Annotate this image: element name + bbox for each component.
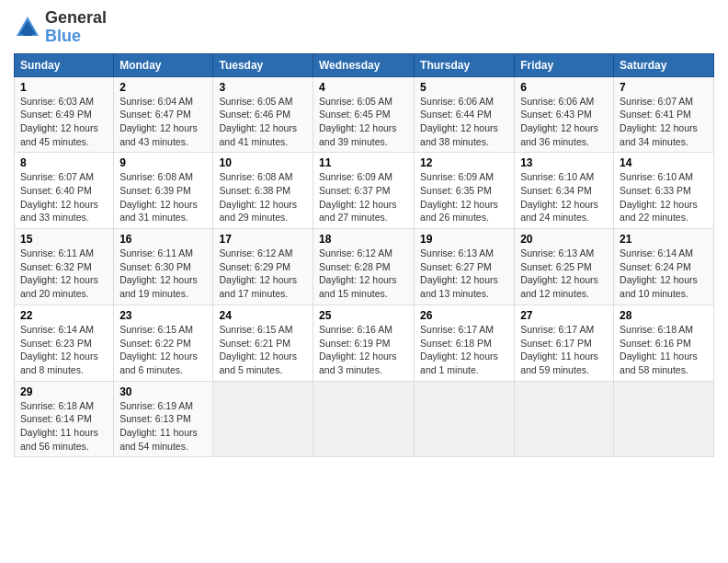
calendar-cell: 29Sunrise: 6:18 AM Sunset: 6:14 PM Dayli… xyxy=(15,381,114,457)
day-info: Sunrise: 6:10 AM Sunset: 6:34 PM Dayligh… xyxy=(520,170,608,224)
day-number: 21 xyxy=(620,233,708,246)
day-info: Sunrise: 6:13 AM Sunset: 6:27 PM Dayligh… xyxy=(420,247,508,301)
day-info: Sunrise: 6:15 AM Sunset: 6:21 PM Dayligh… xyxy=(219,323,307,377)
day-number: 17 xyxy=(219,233,307,246)
day-number: 20 xyxy=(520,233,608,246)
week-row-1: 1Sunrise: 6:03 AM Sunset: 6:49 PM Daylig… xyxy=(15,76,714,153)
calendar-cell: 18Sunrise: 6:12 AM Sunset: 6:28 PM Dayli… xyxy=(313,229,414,305)
day-info: Sunrise: 6:12 AM Sunset: 6:29 PM Dayligh… xyxy=(219,247,307,301)
day-number: 1 xyxy=(20,81,108,94)
calendar-cell: 17Sunrise: 6:12 AM Sunset: 6:29 PM Dayli… xyxy=(213,229,313,305)
day-number: 24 xyxy=(219,309,307,322)
header-row: SundayMondayTuesdayWednesdayThursdayFrid… xyxy=(15,53,714,76)
calendar-cell: 15Sunrise: 6:11 AM Sunset: 6:32 PM Dayli… xyxy=(15,229,114,305)
col-header-tuesday: Tuesday xyxy=(213,53,313,76)
day-info: Sunrise: 6:11 AM Sunset: 6:32 PM Dayligh… xyxy=(20,247,108,301)
col-header-monday: Monday xyxy=(114,53,213,76)
day-info: Sunrise: 6:08 AM Sunset: 6:38 PM Dayligh… xyxy=(219,170,307,224)
day-number: 27 xyxy=(520,309,608,322)
logo: General Blue xyxy=(14,9,107,46)
col-header-sunday: Sunday xyxy=(15,53,114,76)
day-info: Sunrise: 6:10 AM Sunset: 6:33 PM Dayligh… xyxy=(620,170,708,224)
day-number: 28 xyxy=(620,309,708,322)
calendar-cell: 27Sunrise: 6:17 AM Sunset: 6:17 PM Dayli… xyxy=(515,304,614,381)
day-info: Sunrise: 6:09 AM Sunset: 6:35 PM Dayligh… xyxy=(420,170,508,224)
page: General Blue SundayMondayTuesdayWednesda… xyxy=(0,0,728,466)
day-number: 25 xyxy=(319,309,408,322)
calendar-cell: 24Sunrise: 6:15 AM Sunset: 6:21 PM Dayli… xyxy=(213,304,313,381)
calendar-table: SundayMondayTuesdayWednesdayThursdayFrid… xyxy=(14,53,714,458)
day-number: 4 xyxy=(319,81,408,94)
day-number: 14 xyxy=(620,156,708,169)
calendar-cell: 2Sunrise: 6:04 AM Sunset: 6:47 PM Daylig… xyxy=(114,76,213,153)
col-header-friday: Friday xyxy=(515,53,614,76)
day-info: Sunrise: 6:03 AM Sunset: 6:49 PM Dayligh… xyxy=(20,95,108,149)
calendar-cell: 12Sunrise: 6:09 AM Sunset: 6:35 PM Dayli… xyxy=(415,153,515,229)
day-number: 15 xyxy=(20,233,108,246)
calendar-cell: 28Sunrise: 6:18 AM Sunset: 6:16 PM Dayli… xyxy=(614,304,714,381)
day-info: Sunrise: 6:17 AM Sunset: 6:18 PM Dayligh… xyxy=(420,323,508,377)
calendar-cell: 19Sunrise: 6:13 AM Sunset: 6:27 PM Dayli… xyxy=(415,229,515,305)
day-number: 30 xyxy=(119,385,207,398)
day-number: 8 xyxy=(20,156,108,169)
day-info: Sunrise: 6:08 AM Sunset: 6:39 PM Dayligh… xyxy=(119,170,207,224)
calendar-cell: 22Sunrise: 6:14 AM Sunset: 6:23 PM Dayli… xyxy=(15,304,114,381)
calendar-cell: 30Sunrise: 6:19 AM Sunset: 6:13 PM Dayli… xyxy=(114,381,213,457)
week-row-4: 22Sunrise: 6:14 AM Sunset: 6:23 PM Dayli… xyxy=(15,304,714,381)
day-number: 7 xyxy=(620,81,708,94)
day-info: Sunrise: 6:18 AM Sunset: 6:14 PM Dayligh… xyxy=(20,399,108,454)
calendar-cell: 21Sunrise: 6:14 AM Sunset: 6:24 PM Dayli… xyxy=(614,229,714,305)
calendar-cell: 11Sunrise: 6:09 AM Sunset: 6:37 PM Dayli… xyxy=(313,153,414,229)
week-row-2: 8Sunrise: 6:07 AM Sunset: 6:40 PM Daylig… xyxy=(15,153,714,229)
header: General Blue xyxy=(14,9,714,46)
calendar-cell: 10Sunrise: 6:08 AM Sunset: 6:38 PM Dayli… xyxy=(213,153,313,229)
calendar-cell: 16Sunrise: 6:11 AM Sunset: 6:30 PM Dayli… xyxy=(114,229,213,305)
day-number: 10 xyxy=(219,156,307,169)
calendar-cell: 23Sunrise: 6:15 AM Sunset: 6:22 PM Dayli… xyxy=(114,304,213,381)
day-info: Sunrise: 6:07 AM Sunset: 6:41 PM Dayligh… xyxy=(620,95,708,149)
day-info: Sunrise: 6:16 AM Sunset: 6:19 PM Dayligh… xyxy=(319,323,408,377)
week-row-3: 15Sunrise: 6:11 AM Sunset: 6:32 PM Dayli… xyxy=(15,229,714,305)
day-info: Sunrise: 6:11 AM Sunset: 6:30 PM Dayligh… xyxy=(119,247,207,301)
calendar-cell: 14Sunrise: 6:10 AM Sunset: 6:33 PM Dayli… xyxy=(614,153,714,229)
day-number: 26 xyxy=(420,309,508,322)
day-info: Sunrise: 6:04 AM Sunset: 6:47 PM Dayligh… xyxy=(119,95,207,149)
day-number: 11 xyxy=(319,156,408,169)
day-info: Sunrise: 6:06 AM Sunset: 6:44 PM Dayligh… xyxy=(420,95,508,149)
day-number: 13 xyxy=(520,156,608,169)
day-number: 19 xyxy=(420,233,508,246)
logo-text: General Blue xyxy=(45,9,107,46)
day-info: Sunrise: 6:17 AM Sunset: 6:17 PM Dayligh… xyxy=(520,323,608,377)
day-info: Sunrise: 6:13 AM Sunset: 6:25 PM Dayligh… xyxy=(520,247,608,301)
day-info: Sunrise: 6:06 AM Sunset: 6:43 PM Dayligh… xyxy=(520,95,608,149)
calendar-cell: 6Sunrise: 6:06 AM Sunset: 6:43 PM Daylig… xyxy=(515,76,614,153)
day-number: 5 xyxy=(420,81,508,94)
calendar-cell: 26Sunrise: 6:17 AM Sunset: 6:18 PM Dayli… xyxy=(415,304,515,381)
day-number: 6 xyxy=(520,81,608,94)
logo-line1: General xyxy=(45,9,107,28)
day-info: Sunrise: 6:14 AM Sunset: 6:23 PM Dayligh… xyxy=(20,323,108,377)
day-info: Sunrise: 6:18 AM Sunset: 6:16 PM Dayligh… xyxy=(620,323,708,377)
calendar-cell: 25Sunrise: 6:16 AM Sunset: 6:19 PM Dayli… xyxy=(313,304,414,381)
calendar-cell xyxy=(614,381,714,457)
col-header-saturday: Saturday xyxy=(614,53,714,76)
day-number: 22 xyxy=(20,309,108,322)
logo-icon xyxy=(14,14,41,41)
day-info: Sunrise: 6:09 AM Sunset: 6:37 PM Dayligh… xyxy=(319,170,408,224)
calendar-cell: 1Sunrise: 6:03 AM Sunset: 6:49 PM Daylig… xyxy=(15,76,114,153)
calendar-cell: 13Sunrise: 6:10 AM Sunset: 6:34 PM Dayli… xyxy=(515,153,614,229)
svg-rect-2 xyxy=(24,30,32,36)
day-info: Sunrise: 6:05 AM Sunset: 6:45 PM Dayligh… xyxy=(319,95,408,149)
col-header-wednesday: Wednesday xyxy=(313,53,414,76)
day-info: Sunrise: 6:12 AM Sunset: 6:28 PM Dayligh… xyxy=(319,247,408,301)
day-info: Sunrise: 6:14 AM Sunset: 6:24 PM Dayligh… xyxy=(620,247,708,301)
calendar-cell xyxy=(313,381,414,457)
day-number: 2 xyxy=(119,81,207,94)
day-info: Sunrise: 6:15 AM Sunset: 6:22 PM Dayligh… xyxy=(119,323,207,377)
calendar-cell xyxy=(213,381,313,457)
day-info: Sunrise: 6:05 AM Sunset: 6:46 PM Dayligh… xyxy=(219,95,307,149)
calendar-cell: 20Sunrise: 6:13 AM Sunset: 6:25 PM Dayli… xyxy=(515,229,614,305)
calendar-cell xyxy=(515,381,614,457)
calendar-body: 1Sunrise: 6:03 AM Sunset: 6:49 PM Daylig… xyxy=(15,76,714,457)
logo-line2: Blue xyxy=(45,28,107,46)
